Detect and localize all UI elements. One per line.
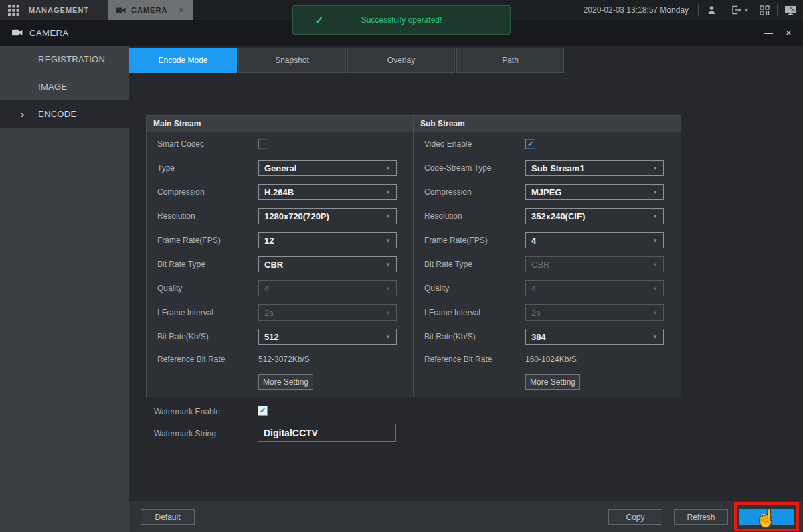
camera-icon [116,7,126,14]
tab-snapshot[interactable]: Snapshot [238,48,346,73]
watermark-enable-checkbox[interactable]: ✓ [258,406,268,416]
bit-rate-type-select[interactable]: CBR ▼ [258,256,397,272]
code-stream-type-select[interactable]: Sub Stream1 ▼ [525,160,664,176]
sidebar-item-image[interactable]: IMAGE [0,73,129,100]
logout-caret-icon[interactable]: ▼ [744,8,749,13]
dropdown-caret-icon: ▼ [385,310,391,316]
quality-select: 4 ▼ [258,280,397,296]
resolution-select[interactable]: 352x240(CIF) ▼ [525,208,664,224]
i-frame-interval-row: I Frame Interval 2s ▼ [147,300,413,325]
dropdown-caret-icon: ▼ [385,262,391,268]
grid-menu-icon[interactable] [8,5,19,16]
refresh-button[interactable]: Refresh [674,509,728,525]
dropdown-caret-icon: ▼ [652,238,658,244]
select-value: 1280x720(720P) [264,211,329,221]
dropdown-caret-icon: ▼ [652,310,658,316]
sidebar: REGISTRATION IMAGE › ENCODE [0,46,129,532]
watermark-enable-label: Watermark Enable [154,407,220,416]
type-select[interactable]: General ▼ [258,160,397,176]
field-label: Bit Rate Type [424,260,472,269]
bit-rate-type-select: CBR ▼ [525,256,664,272]
sidebar-item-label: ENCODE [38,109,76,119]
sidebar-item-label: IMAGE [38,82,67,92]
display-output-icon[interactable] [778,0,803,20]
compression-select[interactable]: H.264B ▼ [258,184,397,200]
minimize-icon[interactable]: — [764,28,773,38]
field-label: Code-Stream Type [424,163,492,173]
dropdown-caret-icon: ▼ [385,334,391,340]
reference-bit-rate-row: Reference Bit Rate 512-3072Kb/S [147,349,413,370]
field-label: Bit Rate Type [157,260,205,269]
main-stream-header: Main Stream [147,116,413,132]
more-setting-row: More Setting [147,370,413,394]
tab-label: Encode Mode [158,56,207,65]
default-button[interactable]: Default [141,509,195,525]
sidebar-item-encode[interactable]: › ENCODE [0,100,129,128]
dropdown-caret-icon: ▼ [385,165,391,171]
field-label: Compression [424,187,472,197]
field-label: Frame Rate(FPS) [424,236,488,245]
frame-rate-select[interactable]: 12 ▼ [258,232,397,248]
tab-path[interactable]: Path [456,48,564,73]
field-label: Video Enable [424,139,472,149]
tab-close-icon[interactable]: ✕ [178,6,184,15]
more-setting-button[interactable]: More Setting [258,374,313,390]
select-value: 4 [531,284,536,294]
management-menu[interactable]: MANAGEMENT [0,0,108,20]
video-enable-checkbox[interactable]: ✓ [525,139,535,149]
camera-icon [12,29,23,37]
select-value: 512 [264,332,279,342]
button-label: Default [155,513,180,522]
bit-rate-select[interactable]: 512 ▼ [258,329,397,345]
button-label: OK [761,513,772,522]
dropdown-caret-icon: ▼ [385,213,391,219]
select-value: 4 [531,236,536,246]
tab-label: Path [502,56,519,65]
resolution-row: Resolution 352x240(CIF) ▼ [414,204,681,228]
resolution-select[interactable]: 1280x720(720P) ▼ [258,208,397,224]
select-value: 2s [531,308,541,318]
smart-codec-checkbox[interactable]: ✓ [258,139,268,149]
i-frame-interval-select: 2s ▼ [258,304,397,321]
dropdown-caret-icon: ▼ [385,189,391,195]
field-label: Quality [157,284,182,293]
more-setting-row: More Setting [414,370,681,394]
user-icon[interactable] [699,0,724,20]
ok-button[interactable]: OK [739,509,794,525]
bit-rate-row: Bit Rate(Kb/S) 384 ▼ [414,325,681,349]
dropdown-caret-icon: ▼ [652,286,658,292]
footer-bar: Default Copy Refresh OK ☝ [129,501,803,532]
dropdown-caret-icon: ▼ [652,213,658,219]
select-value: 12 [264,236,274,246]
tab-overlay[interactable]: Overlay [347,48,455,73]
select-value: MJPEG [531,187,562,197]
close-icon[interactable]: ✕ [785,28,792,38]
bit-rate-select[interactable]: 384 ▼ [525,329,664,345]
watermark-string-input[interactable] [258,424,396,442]
smart-codec-row: Smart Codec ✓ [147,132,413,156]
dropdown-caret-icon: ▼ [652,334,658,340]
more-setting-button[interactable]: More Setting [525,374,580,390]
select-value: 352x240(CIF) [531,211,585,221]
qr-code-icon[interactable] [751,0,777,20]
frame-rate-select[interactable]: 4 ▼ [525,232,664,248]
management-label: MANAGEMENT [29,6,89,14]
button-label: More Setting [530,377,575,387]
field-label: I Frame Interval [157,308,213,317]
success-toast: ✓ Successfully operated! [292,5,511,35]
dropdown-caret-icon: ▼ [652,165,658,171]
tab-encode-mode[interactable]: Encode Mode [129,48,237,73]
copy-button[interactable]: Copy [608,509,662,525]
sidebar-item-registration[interactable]: REGISTRATION [0,46,129,73]
camera-tab[interactable]: CAMERA ✕ [108,0,193,20]
dropdown-caret-icon: ▼ [385,238,391,244]
toast-message: Successfully operated! [293,15,510,25]
app-window: MANAGEMENT CAMERA ✕ 2020-02-03 13:18:57 … [0,0,803,532]
field-label: Reference Bit Rate [424,355,492,364]
top-bar-right: 2020-02-03 13:18:57 Monday ▼ [584,0,803,20]
frame-rate-row: Frame Rate(FPS) 4 ▼ [414,228,681,252]
tab-label: Snapshot [275,56,309,65]
compression-select[interactable]: MJPEG ▼ [525,184,664,200]
reference-bit-rate-value: 160-1024Kb/S [525,355,664,364]
sidebar-item-label: REGISTRATION [38,54,105,64]
